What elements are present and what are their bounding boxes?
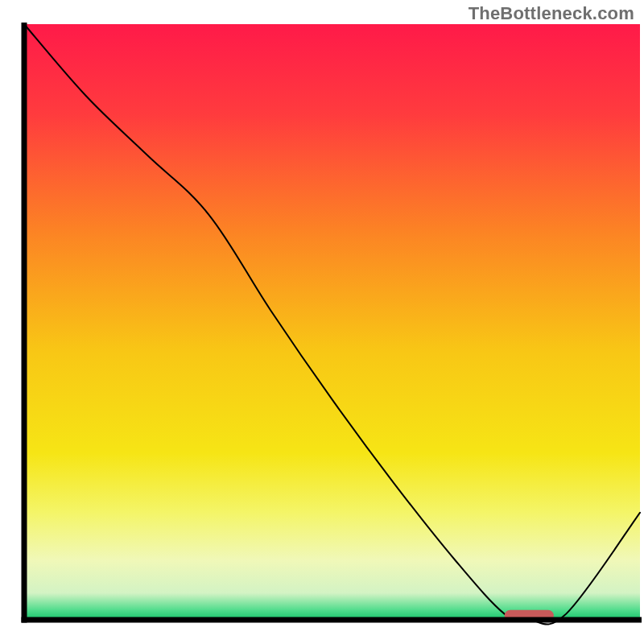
bottleneck-chart: TheBottleneck.com xyxy=(0,0,644,644)
chart-canvas xyxy=(0,0,644,644)
plot-background xyxy=(24,24,640,620)
watermark-label: TheBottleneck.com xyxy=(469,3,634,24)
